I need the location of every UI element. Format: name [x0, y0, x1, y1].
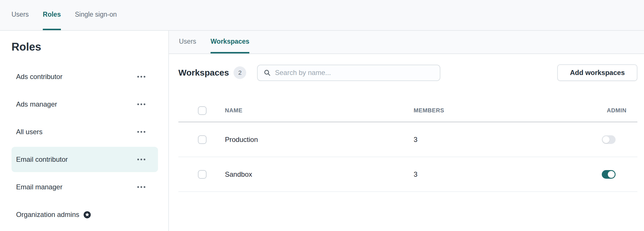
row-checkbox[interactable]: [198, 170, 207, 179]
role-item-all-users[interactable]: All users: [11, 119, 158, 145]
role-item-label: Ads contributor: [16, 73, 62, 81]
tab-role-users[interactable]: Users: [179, 31, 196, 53]
column-header-members: MEMBERS: [414, 107, 602, 114]
count-badge: 2: [234, 66, 246, 79]
search-input[interactable]: [275, 69, 434, 77]
ellipsis-icon[interactable]: [137, 184, 145, 190]
sidebar-title: Roles: [11, 41, 158, 53]
ellipsis-icon[interactable]: [137, 74, 145, 80]
top-navigation-bar: Users Roles Single sign-on: [0, 0, 644, 31]
role-item-organization-admins[interactable]: Organization admins: [11, 202, 158, 227]
role-item-label: All users: [16, 128, 43, 136]
tab-role-workspaces[interactable]: Workspaces: [211, 31, 249, 53]
table-row: Sandbox 3: [178, 157, 637, 192]
ellipsis-icon[interactable]: [137, 156, 145, 163]
main-panel: Users Workspaces Workspaces 2 Add worksp…: [169, 31, 644, 231]
star-circle-icon: [83, 211, 91, 219]
toolbar: Workspaces 2 Add workspaces: [178, 64, 637, 81]
row-checkbox[interactable]: [198, 135, 207, 144]
page-title: Workspaces: [178, 68, 229, 78]
role-item-ads-manager[interactable]: Ads manager: [11, 92, 158, 117]
workspace-name: Production: [225, 136, 414, 144]
role-item-email-contributor[interactable]: Email contributor: [11, 147, 158, 172]
toggle-knob: [608, 171, 615, 178]
workspace-members-count: 3: [414, 170, 602, 178]
tab-roles[interactable]: Roles: [43, 0, 61, 30]
roles-sidebar: Roles Ads contributor Ads manager All us…: [0, 31, 169, 231]
role-item-label: Email contributor: [16, 155, 68, 163]
table-row: Production 3: [178, 122, 637, 157]
table-header-row: NAME MEMBERS ADMIN: [178, 99, 637, 122]
admin-toggle[interactable]: [602, 135, 616, 144]
ellipsis-icon[interactable]: [137, 101, 145, 107]
tab-users[interactable]: Users: [11, 0, 29, 30]
role-item-email-manager[interactable]: Email manager: [11, 174, 158, 200]
search-box: [257, 65, 440, 81]
toggle-knob: [603, 136, 610, 143]
column-header-admin: ADMIN: [602, 107, 626, 114]
workspaces-content: Workspaces 2 Add workspaces NAME: [169, 54, 644, 192]
tab-single-sign-on[interactable]: Single sign-on: [75, 0, 117, 30]
workspaces-table: NAME MEMBERS ADMIN Production 3: [178, 99, 637, 192]
role-list: Ads contributor Ads manager All users Em…: [0, 64, 168, 227]
search-icon: [263, 69, 271, 76]
role-item-ads-contributor[interactable]: Ads contributor: [11, 64, 158, 89]
admin-toggle[interactable]: [602, 170, 616, 179]
workspace-members-count: 3: [414, 136, 602, 144]
ellipsis-icon[interactable]: [137, 129, 145, 135]
add-workspaces-button[interactable]: Add workspaces: [557, 64, 637, 81]
column-header-name: NAME: [225, 107, 414, 114]
workspace-name: Sandbox: [225, 170, 414, 178]
role-item-label: Organization admins: [16, 211, 79, 219]
role-item-label: Ads manager: [16, 100, 57, 108]
role-label-group: Organization admins: [16, 211, 91, 219]
select-all-checkbox[interactable]: [198, 106, 207, 115]
role-item-label: Email manager: [16, 183, 62, 191]
role-detail-tabs: Users Workspaces: [169, 31, 644, 54]
